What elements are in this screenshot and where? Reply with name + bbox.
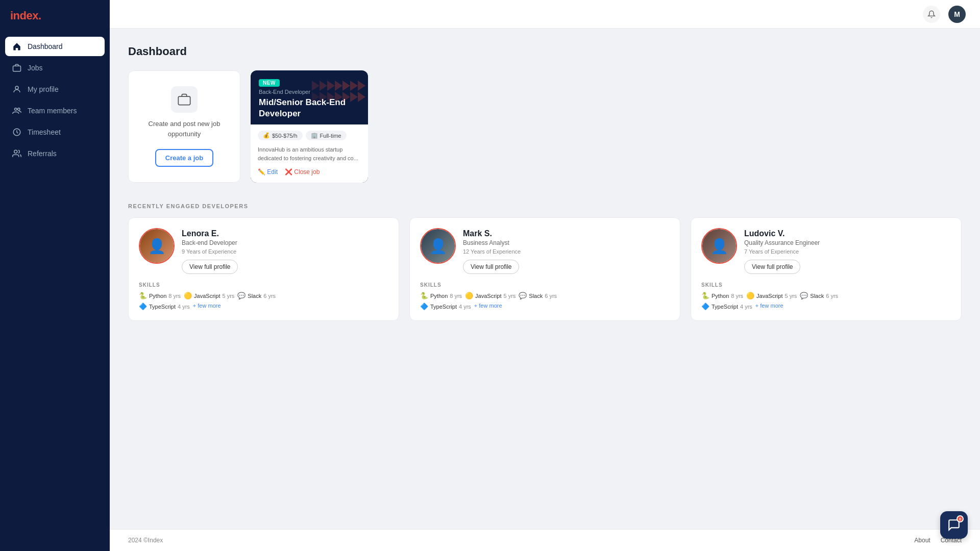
svg-marker-18 bbox=[342, 92, 350, 102]
skill-slack-0: 💬 Slack 6 yrs bbox=[237, 292, 276, 299]
svg-marker-15 bbox=[320, 92, 327, 102]
svg-marker-10 bbox=[335, 81, 342, 91]
job-card-header: NEW Back-End Developer Mid/Senior Back-E… bbox=[251, 70, 368, 124]
new-badge: NEW bbox=[259, 79, 280, 87]
view-profile-button-0[interactable]: View full profile bbox=[182, 260, 238, 274]
sidebar-item-team-members[interactable]: Team members bbox=[5, 101, 105, 120]
dev-avatar-img-0: 👤 bbox=[140, 229, 174, 263]
dev-role-2: Quality Assurance Engineer bbox=[744, 239, 951, 246]
sidebar-item-jobs[interactable]: Jobs bbox=[5, 58, 105, 78]
team-icon bbox=[12, 106, 21, 115]
svg-point-2 bbox=[15, 108, 17, 111]
header: M bbox=[110, 0, 980, 29]
svg-marker-9 bbox=[327, 81, 335, 91]
job-listing-card: NEW Back-End Developer Mid/Senior Back-E… bbox=[251, 70, 368, 183]
dev-card-top-1: 👤 Mark S. Business Analyst 12 Years of E… bbox=[420, 228, 670, 274]
sidebar-nav: Dashboard Jobs My profile bbox=[0, 37, 110, 163]
dev-avatar-1: 👤 bbox=[420, 228, 456, 264]
dev-skills-label-0: SKILLS bbox=[139, 282, 388, 288]
dev-skills-list-0: 🐍 Python 8 yrs 🟡 JavaScript 5 yrs 💬 Slac… bbox=[139, 292, 388, 299]
footer: 2024 ©Index About Contact bbox=[110, 529, 980, 551]
svg-marker-13 bbox=[358, 81, 365, 91]
svg-point-5 bbox=[14, 150, 17, 153]
dev-exp-2: 7 Years of Experience bbox=[744, 248, 951, 255]
dev-skills-list2-1: 🔷 TypeScript 4 yrs + few more bbox=[420, 303, 670, 310]
developer-card-1: 👤 Mark S. Business Analyst 12 Years of E… bbox=[409, 217, 680, 321]
chat-bubble[interactable]: 0 bbox=[940, 511, 968, 539]
skill-python-0: 🐍 Python 8 yrs bbox=[139, 292, 181, 299]
skill-ts-1: 🔷 TypeScript 4 yrs bbox=[420, 303, 471, 310]
dev-avatar-2: 👤 bbox=[701, 228, 737, 264]
developer-card-0: 👤 Lenora E. Back-end Developer 9 Years o… bbox=[128, 217, 399, 321]
job-description: InnovaHub is an ambitious startup dedica… bbox=[258, 145, 361, 162]
footer-about-link[interactable]: About bbox=[914, 537, 930, 544]
dev-avatar-0: 👤 bbox=[139, 228, 175, 264]
skill-more-1[interactable]: + few more bbox=[474, 303, 502, 310]
job-card-body: 💰 $50-$75/h 🏢 Full-time InnovaHub is an … bbox=[251, 124, 368, 183]
dev-skills-list2-0: 🔷 TypeScript 4 yrs + few more bbox=[139, 303, 388, 310]
briefcase-icon bbox=[12, 63, 21, 72]
sidebar-item-timesheet[interactable]: Timesheet bbox=[5, 122, 105, 142]
sidebar-myprofile-label: My profile bbox=[28, 85, 59, 93]
logo: index. bbox=[0, 0, 110, 37]
notifications-button[interactable] bbox=[923, 6, 940, 23]
logo-dot: . bbox=[38, 9, 41, 22]
developers-section-label: RECENTLY ENGAGED DEVELOPERS bbox=[128, 203, 962, 209]
svg-marker-20 bbox=[358, 92, 365, 102]
footer-copyright: 2024 ©Index bbox=[128, 537, 163, 544]
svg-point-1 bbox=[15, 86, 18, 89]
briefcase-icon bbox=[171, 86, 198, 113]
dev-name-1: Mark S. bbox=[463, 229, 670, 238]
edit-job-button[interactable]: ✏️ Edit bbox=[258, 168, 278, 176]
sidebar-timesheet-label: Timesheet bbox=[28, 128, 61, 136]
close-job-button[interactable]: ❌ Close job bbox=[285, 168, 320, 176]
sidebar-item-dashboard[interactable]: Dashboard bbox=[5, 37, 105, 56]
dev-exp-1: 12 Years of Experience bbox=[463, 248, 670, 255]
svg-marker-16 bbox=[327, 92, 335, 102]
svg-point-3 bbox=[18, 108, 20, 111]
svg-rect-6 bbox=[178, 96, 190, 105]
user-icon bbox=[12, 85, 21, 94]
job-actions: ✏️ Edit ❌ Close job bbox=[258, 168, 361, 176]
dev-info-1: Mark S. Business Analyst 12 Years of Exp… bbox=[463, 228, 670, 274]
view-profile-button-2[interactable]: View full profile bbox=[744, 260, 800, 274]
svg-marker-7 bbox=[312, 81, 320, 91]
referrals-icon bbox=[12, 149, 21, 158]
create-job-card: Create and post new job opportunity Crea… bbox=[128, 70, 240, 183]
dev-name-0: Lenora E. bbox=[182, 229, 388, 238]
create-job-button[interactable]: Create a job bbox=[155, 149, 213, 167]
sidebar-item-my-profile[interactable]: My profile bbox=[5, 80, 105, 99]
svg-marker-11 bbox=[342, 81, 350, 91]
home-icon bbox=[12, 42, 21, 51]
skill-slack-1: 💬 Slack 6 yrs bbox=[519, 292, 557, 299]
skill-python-1: 🐍 Python 8 yrs bbox=[420, 292, 462, 299]
sidebar-item-referrals[interactable]: Referrals bbox=[5, 144, 105, 163]
dev-skills-list-1: 🐍 Python 8 yrs 🟡 JavaScript 5 yrs 💬 Slac… bbox=[420, 292, 670, 299]
svg-marker-19 bbox=[350, 92, 358, 102]
page-title: Dashboard bbox=[128, 45, 962, 58]
sidebar-dashboard-label: Dashboard bbox=[28, 42, 63, 51]
skill-slack-2: 💬 Slack 6 yrs bbox=[800, 292, 838, 299]
skill-js-2: 🟡 JavaScript 5 yrs bbox=[746, 292, 797, 299]
user-avatar[interactable]: M bbox=[948, 6, 966, 23]
skill-js-0: 🟡 JavaScript 5 yrs bbox=[184, 292, 234, 299]
dev-info-2: Ludovic V. Quality Assurance Engineer 7 … bbox=[744, 228, 951, 274]
job-salary-tag: 💰 $50-$75/h bbox=[258, 131, 303, 140]
developer-card-2: 👤 Ludovic V. Quality Assurance Engineer … bbox=[691, 217, 962, 321]
svg-marker-12 bbox=[350, 81, 358, 91]
dev-skills-list2-2: 🔷 TypeScript 4 yrs + few more bbox=[701, 303, 951, 310]
svg-marker-14 bbox=[312, 92, 320, 102]
sidebar-team-label: Team members bbox=[28, 107, 77, 115]
view-profile-button-1[interactable]: View full profile bbox=[463, 260, 519, 274]
dev-skills-label-1: SKILLS bbox=[420, 282, 670, 288]
sidebar: index. Dashboard Jobs M bbox=[0, 0, 110, 551]
skill-more-2[interactable]: + few more bbox=[755, 303, 783, 310]
developers-grid: 👤 Lenora E. Back-end Developer 9 Years o… bbox=[128, 217, 962, 321]
logo-text: index bbox=[10, 9, 38, 22]
arrows-decoration bbox=[302, 70, 368, 116]
dev-avatar-img-1: 👤 bbox=[421, 229, 455, 263]
main-content: M Dashboard Create and post new job oppo… bbox=[110, 0, 980, 551]
dev-card-top-0: 👤 Lenora E. Back-end Developer 9 Years o… bbox=[139, 228, 388, 274]
dev-card-top-2: 👤 Ludovic V. Quality Assurance Engineer … bbox=[701, 228, 951, 274]
skill-more-0[interactable]: + few more bbox=[193, 303, 221, 310]
